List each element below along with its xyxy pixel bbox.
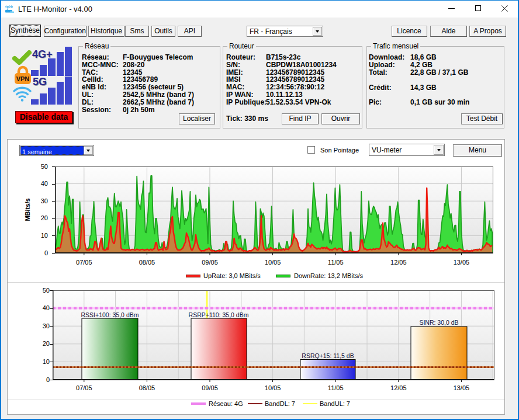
svg-text:VPN: VPN [16, 75, 30, 82]
